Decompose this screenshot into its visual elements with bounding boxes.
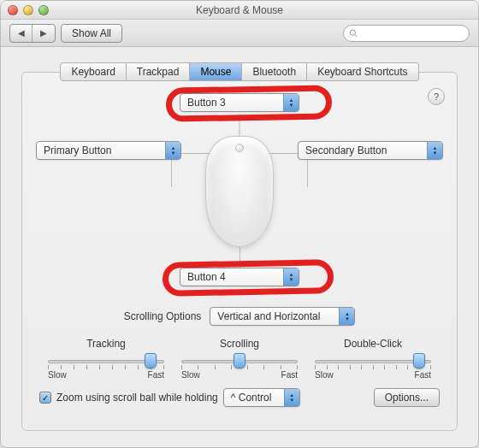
toolbar: ◀ ▶ Show All bbox=[1, 20, 478, 47]
popup-value: Button 4 bbox=[180, 268, 283, 286]
window-title: Keyboard & Mouse bbox=[1, 4, 478, 16]
popup-value: Vertical and Horizontal bbox=[210, 308, 339, 325]
scrolling-options-select[interactable]: Vertical and Horizontal ▲▼ bbox=[210, 307, 355, 326]
slider-fast-label: Fast bbox=[281, 370, 298, 380]
search-field[interactable] bbox=[343, 25, 470, 42]
svg-line-1 bbox=[355, 34, 358, 37]
zoom-checkbox[interactable]: ✓ bbox=[39, 392, 51, 404]
stepper-icon: ▲▼ bbox=[283, 94, 299, 111]
right-button-select[interactable]: Secondary Button ▲▼ bbox=[298, 141, 443, 160]
tab-keyboard-shortcuts[interactable]: Keyboard Shortcuts bbox=[307, 62, 418, 81]
tab-bar: Keyboard Trackpad Mouse Bluetooth Keyboa… bbox=[21, 62, 458, 81]
search-input[interactable] bbox=[362, 27, 464, 39]
apple-logo-icon bbox=[234, 193, 245, 205]
stepper-icon: ▲▼ bbox=[165, 142, 180, 159]
left-button-select[interactable]: Primary Button ▲▼ bbox=[36, 141, 181, 160]
svg-point-0 bbox=[350, 30, 355, 35]
stepper-icon: ▲▼ bbox=[427, 142, 442, 159]
zoom-modifier-select[interactable]: ^ Control ▲▼ bbox=[223, 388, 300, 407]
tracking-slider-group: Tracking Slow Fast bbox=[39, 338, 173, 380]
scroll-ball-button-select[interactable]: Button 3 ▲▼ bbox=[180, 93, 299, 112]
zoom-label: Zoom using scroll ball while holding bbox=[56, 392, 218, 404]
popup-value: Button 3 bbox=[180, 94, 283, 111]
tab-bluetooth[interactable]: Bluetooth bbox=[242, 62, 307, 81]
tab-keyboard[interactable]: Keyboard bbox=[60, 62, 126, 81]
tab-trackpad[interactable]: Trackpad bbox=[127, 62, 191, 81]
scrolling-slider[interactable] bbox=[181, 353, 298, 368]
tracking-label: Tracking bbox=[48, 338, 164, 350]
options-button[interactable]: Options... bbox=[374, 388, 440, 407]
slider-fast-label: Fast bbox=[415, 370, 431, 380]
popup-value: Secondary Button bbox=[299, 142, 427, 159]
scroll-ball-icon bbox=[235, 144, 244, 152]
stepper-icon: ▲▼ bbox=[283, 268, 299, 286]
popup-value: Primary Button bbox=[37, 142, 165, 159]
back-button[interactable]: ◀ bbox=[10, 25, 33, 42]
stepper-icon: ▲▼ bbox=[284, 389, 299, 406]
slider-slow-label: Slow bbox=[48, 370, 67, 380]
slider-fast-label: Fast bbox=[148, 370, 164, 380]
side-button-select[interactable]: Button 4 ▲▼ bbox=[180, 268, 299, 286]
doubleclick-slider[interactable] bbox=[315, 353, 431, 368]
mouse-diagram: Button 3 ▲▼ Primary Button ▲▼ Secondary … bbox=[36, 93, 443, 273]
mouse-panel: ? Button 3 ▲▼ bbox=[21, 72, 458, 431]
show-all-button[interactable]: Show All bbox=[61, 24, 122, 43]
tab-mouse[interactable]: Mouse bbox=[190, 62, 242, 81]
stepper-icon: ▲▼ bbox=[339, 308, 354, 325]
doubleclick-label: Double-Click bbox=[315, 338, 431, 350]
search-icon bbox=[349, 28, 358, 38]
mouse-icon bbox=[205, 136, 274, 247]
slider-slow-label: Slow bbox=[181, 370, 200, 380]
slider-slow-label: Slow bbox=[315, 370, 334, 380]
scrolling-slider-group: Scrolling Slow Fast bbox=[173, 338, 306, 380]
forward-button[interactable]: ▶ bbox=[33, 25, 55, 42]
scrolling-options-label: Scrolling Options bbox=[124, 310, 202, 322]
doubleclick-slider-group: Double-Click Slow Fast bbox=[306, 338, 440, 380]
popup-value: ^ Control bbox=[224, 389, 284, 406]
titlebar: Keyboard & Mouse bbox=[1, 1, 478, 20]
tracking-slider[interactable] bbox=[48, 353, 164, 368]
scrolling-slider-label: Scrolling bbox=[181, 338, 298, 350]
